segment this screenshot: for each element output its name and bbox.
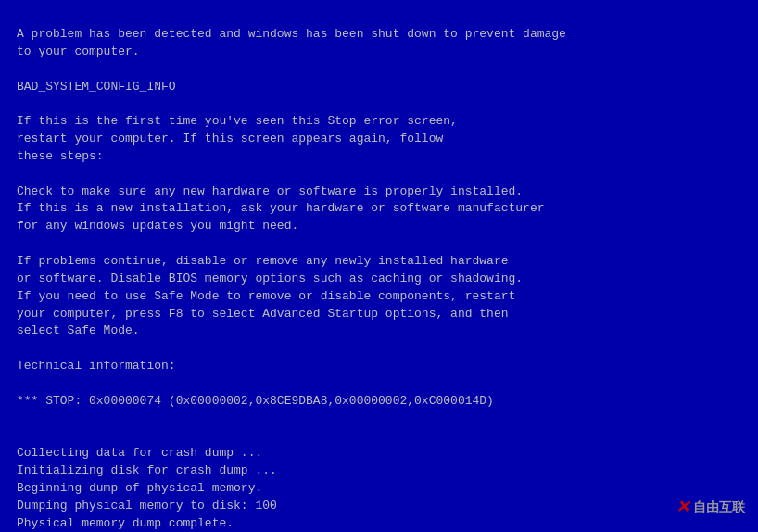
bsod-message: A problem has been detected and windows … bbox=[17, 26, 730, 532]
watermark: ✕ 自由互联 bbox=[676, 495, 745, 519]
bsod-screen: A problem has been detected and windows … bbox=[0, 0, 758, 532]
watermark-x-icon: ✕ bbox=[676, 495, 689, 519]
watermark-brand: 自由互联 bbox=[693, 498, 745, 516]
